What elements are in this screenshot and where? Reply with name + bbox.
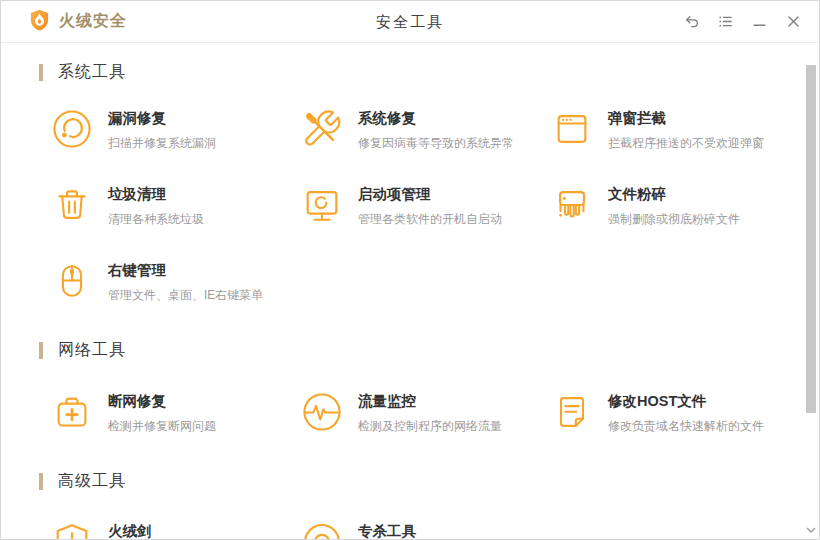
tool-title: 修改HOST文件 [608, 392, 764, 411]
section-header-system-tools: 系统工具 [39, 62, 819, 83]
startup-manager-icon [301, 184, 343, 226]
junk-clean-icon [51, 184, 93, 226]
minimize-icon [751, 13, 768, 30]
close-button[interactable] [783, 12, 803, 32]
tool-desc: 强制删除或彻底粉碎文件 [608, 211, 740, 228]
system-repair-icon [301, 108, 343, 150]
network-tools-grid: 断网修复 检测并修复断网问题 流量监控 检测及控制程序的网络流量 [51, 391, 819, 435]
tool-desc: 修改负责域名快速解析的文件 [608, 418, 764, 435]
close-icon [785, 13, 802, 30]
traffic-monitor-icon [301, 391, 343, 433]
tool-host-file-editor[interactable]: 修改HOST文件 修改负责域名快速解析的文件 [551, 391, 801, 435]
tool-desc: 修复因病毒等导致的系统异常 [358, 135, 514, 152]
tool-desc: 管理文件、桌面、IE右键菜单 [108, 287, 263, 304]
tool-title: 弹窗拦截 [608, 109, 764, 128]
target-circle-icon [301, 521, 343, 540]
section-accent-bar [39, 473, 43, 490]
titlebar: 火绒安全 安全工具 [1, 1, 819, 43]
tool-title: 火绒剑 [108, 522, 152, 540]
popup-blocker-icon [551, 108, 593, 150]
undo-back-icon [683, 13, 700, 30]
tool-title: 断网修复 [108, 392, 216, 411]
tool-desc: 管理各类软件的开机自启动 [358, 211, 502, 228]
tool-vulnerability-fix[interactable]: 漏洞修复 扫描并修复系统漏洞 [51, 108, 301, 152]
window-controls [681, 12, 803, 32]
scrollbar-thumb[interactable] [806, 65, 816, 413]
tool-huorong-sword[interactable]: 火绒剑 [51, 521, 301, 540]
tool-startup-manager[interactable]: 启动项管理 管理各类软件的开机自启动 [301, 184, 551, 228]
tool-specialized-killer[interactable]: 专杀工具 [301, 521, 551, 540]
tool-network-repair[interactable]: 断网修复 检测并修复断网问题 [51, 391, 301, 435]
vulnerability-fix-icon [51, 108, 93, 150]
section-label: 网络工具 [58, 340, 126, 361]
app-name: 火绒安全 [59, 11, 127, 32]
tool-title: 文件粉碎 [608, 185, 740, 204]
tool-desc: 拦截程序推送的不受欢迎弹窗 [608, 135, 764, 152]
tool-file-shredder[interactable]: 文件粉碎 强制删除或彻底粉碎文件 [551, 184, 801, 228]
sword-shield-icon [51, 521, 93, 540]
tool-title: 启动项管理 [358, 185, 502, 204]
tool-system-repair[interactable]: 系统修复 修复因病毒等导致的系统异常 [301, 108, 551, 152]
system-tools-grid: 漏洞修复 扫描并修复系统漏洞 系统修复 修复因病毒等导致的系 [51, 108, 819, 304]
chevron-down-icon[interactable] [806, 519, 816, 525]
app-brand: 火绒安全 [28, 8, 127, 36]
tool-title: 专杀工具 [358, 522, 416, 540]
tool-title: 漏洞修复 [108, 109, 216, 128]
section-label: 系统工具 [58, 62, 126, 83]
huorong-security-tools-window: 火绒安全 安全工具 [0, 0, 820, 540]
minimize-button[interactable] [749, 12, 769, 32]
network-repair-icon [51, 391, 93, 433]
tool-desc: 检测并修复断网问题 [108, 418, 216, 435]
section-label: 高级工具 [58, 471, 126, 492]
context-menu-icon [51, 260, 93, 302]
tool-desc: 清理各种系统垃圾 [108, 211, 204, 228]
tool-popup-blocker[interactable]: 弹窗拦截 拦截程序推送的不受欢迎弹窗 [551, 108, 801, 152]
host-file-icon [551, 391, 593, 433]
tool-title: 系统修复 [358, 109, 514, 128]
tool-junk-clean[interactable]: 垃圾清理 清理各种系统垃圾 [51, 184, 301, 228]
tool-desc: 检测及控制程序的网络流量 [358, 418, 502, 435]
section-accent-bar [39, 342, 43, 359]
scrollbar [804, 44, 819, 539]
tool-desc: 扫描并修复系统漏洞 [108, 135, 216, 152]
tool-title: 流量监控 [358, 392, 502, 411]
tool-title: 垃圾清理 [108, 185, 204, 204]
undo-back-button[interactable] [681, 12, 701, 32]
chevron-up-icon[interactable] [806, 57, 816, 63]
file-shredder-icon [551, 184, 593, 226]
list-menu-icon [717, 13, 734, 30]
huorong-logo-icon [28, 8, 51, 36]
tool-context-menu-manager[interactable]: 右键管理 管理文件、桌面、IE右键菜单 [51, 260, 301, 304]
section-header-network-tools: 网络工具 [39, 340, 819, 361]
tool-traffic-monitor[interactable]: 流量监控 检测及控制程序的网络流量 [301, 391, 551, 435]
section-header-advanced-tools: 高级工具 [39, 471, 819, 492]
tools-content: 系统工具 漏洞修复 扫描并修复系统漏洞 [1, 62, 819, 540]
list-menu-button[interactable] [715, 12, 735, 32]
advanced-tools-grid: 火绒剑 专杀工具 [51, 521, 819, 540]
section-accent-bar [39, 64, 43, 81]
tool-title: 右键管理 [108, 261, 263, 280]
